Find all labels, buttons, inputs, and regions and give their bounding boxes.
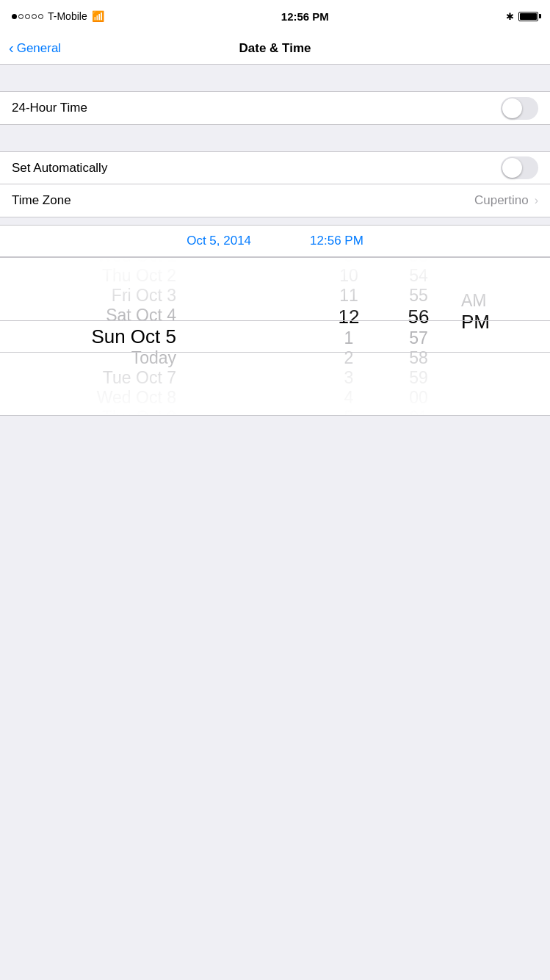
picker-item xyxy=(455,399,514,415)
dot-1 xyxy=(12,14,17,19)
picker-item: 3 xyxy=(308,368,389,388)
dot-5 xyxy=(38,14,43,19)
picker-item xyxy=(455,382,514,398)
picker-item: PM xyxy=(455,311,514,334)
picker-item: 53 xyxy=(389,257,448,266)
picker-item: 54 xyxy=(389,266,448,286)
time-zone-label: Time Zone xyxy=(12,193,71,208)
picker-columns: Wed Oct 1Thu Oct 2Fri Oct 3Sat Oct 4Sun … xyxy=(0,258,550,415)
picker-item: 59 xyxy=(389,368,448,388)
picker-item: AM xyxy=(455,291,514,311)
set-automatically-toggle[interactable] xyxy=(501,156,538,179)
time-zone-value: Cupertino xyxy=(474,193,529,208)
picker-item xyxy=(455,350,514,366)
picker-item: Tue Oct 7 xyxy=(0,368,185,388)
picker-item xyxy=(455,334,514,350)
signal-strength xyxy=(12,14,43,19)
carrier-label: T-Mobile xyxy=(48,10,87,22)
picker-item: Today xyxy=(0,348,185,368)
hour-time-group: 24-Hour Time xyxy=(0,91,550,125)
picker-item: Sat Oct 4 xyxy=(0,306,185,325)
picker-item: 11 xyxy=(308,286,389,306)
picker-item: Thu Oct 2 xyxy=(0,266,185,286)
status-bar: T-Mobile 📶 12:56 PM ✱ xyxy=(0,0,550,32)
status-left: T-Mobile 📶 xyxy=(12,10,104,22)
back-button[interactable]: ‹ General xyxy=(9,41,61,56)
time-zone-row[interactable]: Time Zone Cupertino › xyxy=(0,184,550,217)
back-label: General xyxy=(17,41,61,56)
time-zone-right: Cupertino › xyxy=(474,193,538,208)
dot-2 xyxy=(18,14,23,19)
page-title: Date & Time xyxy=(239,41,311,56)
wifi-icon: 📶 xyxy=(92,10,104,22)
nav-bar: ‹ General Date & Time xyxy=(0,32,550,65)
picker-item xyxy=(455,366,514,382)
picker-item: 2 xyxy=(308,348,389,368)
picker-item: Fri Oct 3 xyxy=(0,286,185,306)
picker-item: 1 xyxy=(308,328,389,348)
hour-time-label: 24-Hour Time xyxy=(12,101,87,115)
picker-item: 5 xyxy=(308,408,389,417)
battery-icon xyxy=(518,12,538,21)
picker-ampm-column[interactable]: AMPM xyxy=(448,258,514,415)
dot-4 xyxy=(32,14,37,19)
picker-item: Wed Oct 1 xyxy=(0,257,185,266)
set-automatically-label: Set Automatically xyxy=(12,161,107,176)
picker-item: 00 xyxy=(389,388,448,408)
selected-date: Oct 5, 2014 xyxy=(187,234,251,248)
hour-time-row: 24-Hour Time xyxy=(0,92,550,124)
datetime-picker[interactable]: Wed Oct 1Thu Oct 2Fri Oct 3Sat Oct 4Sun … xyxy=(0,257,550,416)
status-time: 12:56 PM xyxy=(281,10,329,23)
set-automatically-row: Set Automatically xyxy=(0,152,550,184)
picker-item: 12 xyxy=(308,306,389,328)
picker-item: Thu Oct 9 xyxy=(0,408,185,417)
picker-item: 57 xyxy=(389,328,448,348)
picker-date-column[interactable]: Wed Oct 1Thu Oct 2Fri Oct 3Sat Oct 4Sun … xyxy=(0,258,191,415)
section-spacer-3 xyxy=(0,217,550,225)
bluetooth-icon: ✱ xyxy=(506,11,514,22)
section-spacer-1 xyxy=(0,65,550,91)
picker-minute-column[interactable]: 535455565758590001 xyxy=(389,258,448,415)
picker-hour-column[interactable]: 910111212345 xyxy=(308,258,389,415)
back-chevron-icon: ‹ xyxy=(9,40,14,55)
picker-item: Wed Oct 8 xyxy=(0,388,185,408)
set-auto-toggle-thumb xyxy=(502,158,522,178)
toggle-thumb xyxy=(502,98,522,118)
picker-item: 9 xyxy=(308,257,389,266)
bottom-spacer xyxy=(0,416,550,621)
status-right: ✱ xyxy=(506,11,538,22)
auto-timezone-group: Set Automatically Time Zone Cupertino › xyxy=(0,151,550,217)
picker-item xyxy=(455,258,514,274)
picker-item: 10 xyxy=(308,266,389,286)
battery-fill xyxy=(520,13,537,20)
picker-item: 55 xyxy=(389,286,448,306)
picker-item: 58 xyxy=(389,348,448,368)
datetime-display-row: Oct 5, 2014 12:56 PM xyxy=(0,225,550,257)
picker-item: 01 xyxy=(389,408,448,417)
hour-time-toggle[interactable] xyxy=(501,97,538,120)
selected-time: 12:56 PM xyxy=(310,234,363,248)
time-zone-chevron-icon: › xyxy=(535,194,538,207)
section-spacer-2 xyxy=(0,125,550,151)
picker-item: 4 xyxy=(308,388,389,408)
dot-3 xyxy=(25,14,30,19)
picker-item xyxy=(455,274,514,290)
picker-item: 56 xyxy=(389,306,448,328)
picker-item: Sun Oct 5 xyxy=(0,325,185,348)
